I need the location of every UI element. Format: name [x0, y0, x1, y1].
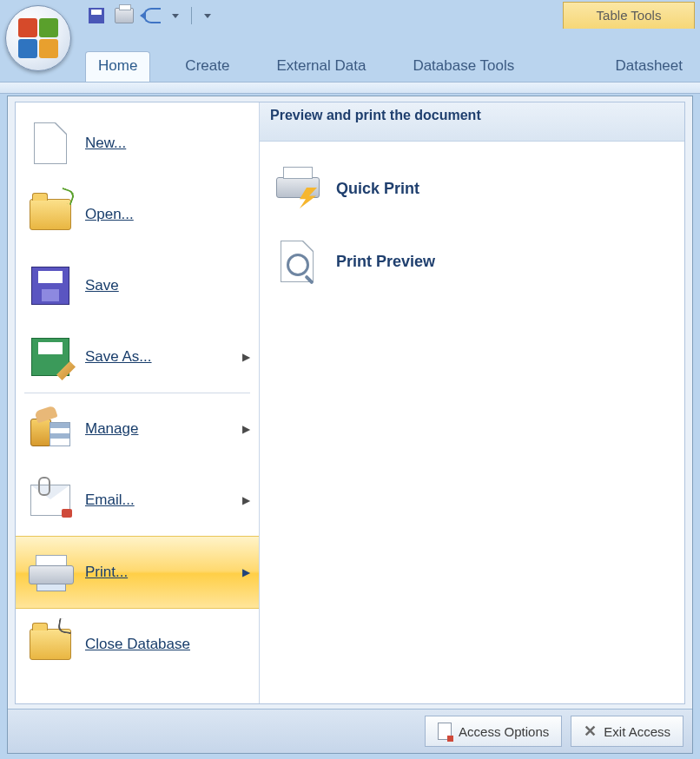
quick-access-toolbar — [80, 3, 220, 28]
save-as-icon — [31, 338, 69, 376]
menu-item-open[interactable]: Open... — [16, 179, 259, 250]
office-button[interactable] — [5, 5, 71, 71]
menu-item-print[interactable]: Print... ▶ — [16, 536, 259, 609]
chevron-right-icon: ▶ — [242, 494, 250, 506]
close-database-icon — [30, 629, 71, 660]
menu-label: Print... — [85, 564, 128, 581]
menu-label: Email... — [85, 492, 135, 509]
qat-divider — [191, 7, 192, 24]
open-folder-icon — [30, 199, 71, 230]
menu-label: Save As... — [85, 348, 152, 366]
menu-label: Manage — [85, 420, 138, 438]
tab-database-tools[interactable]: Database Tools — [400, 52, 526, 82]
title-bar: Table Tools Home Create External Data Da… — [0, 0, 700, 82]
chevron-down-icon — [204, 14, 211, 18]
qat-save-button[interactable] — [87, 6, 106, 25]
submenu-header: Preview and print the document — [260, 102, 684, 142]
menu-item-email[interactable]: Email... ▶ — [16, 465, 259, 536]
menu-item-close-database[interactable]: Close Database — [16, 609, 259, 680]
access-options-button[interactable]: Access Options — [425, 716, 562, 747]
close-icon: ✕ — [584, 722, 597, 741]
menu-item-save-as[interactable]: Save As... ▶ — [16, 321, 259, 393]
new-file-icon — [34, 122, 67, 164]
menu-item-manage[interactable]: Manage ▶ — [16, 393, 259, 465]
undo-icon — [143, 8, 161, 23]
save-icon — [89, 8, 104, 23]
chevron-right-icon: ▶ — [242, 423, 250, 435]
chevron-right-icon: ▶ — [242, 351, 250, 363]
tab-external-data[interactable]: External Data — [264, 52, 378, 82]
tab-home[interactable]: Home — [85, 51, 150, 82]
exit-access-button[interactable]: ✕ Exit Access — [571, 716, 683, 747]
office-menu-body: New... Open... Save Save As... ▶ Manage … — [15, 102, 685, 704]
manage-icon — [30, 412, 70, 446]
ribbon-tabs: Home Create External Data Database Tools… — [85, 47, 695, 82]
chevron-right-icon: ▶ — [242, 566, 250, 578]
tab-create[interactable]: Create — [173, 52, 241, 82]
menu-item-new[interactable]: New... — [16, 108, 259, 179]
submenu-label: Quick Print — [336, 180, 419, 198]
options-icon — [438, 723, 452, 740]
qat-undo-dropdown[interactable] — [170, 6, 181, 25]
submenu-item-print-preview[interactable]: Print Preview — [274, 225, 670, 298]
submenu-label: Print Preview — [336, 253, 435, 271]
qat-customize-dropdown[interactable] — [202, 6, 213, 25]
print-preview-icon — [281, 241, 314, 282]
print-icon — [29, 555, 72, 590]
quick-print-icon — [274, 165, 320, 212]
menu-label: Save — [85, 277, 119, 294]
office-logo-icon — [18, 18, 58, 58]
save-icon — [31, 267, 69, 305]
qat-print-button[interactable] — [115, 6, 134, 25]
tab-datasheet[interactable]: Datasheet — [604, 52, 696, 82]
submenu-item-quick-print[interactable]: Quick Print — [274, 152, 670, 225]
menu-item-save[interactable]: Save — [16, 250, 259, 321]
office-menu-footer: Access Options ✕ Exit Access — [8, 709, 692, 753]
button-label: Exit Access — [604, 724, 670, 739]
qat-undo-button[interactable] — [142, 6, 162, 25]
contextual-tab-group: Table Tools — [563, 2, 695, 29]
button-label: Access Options — [459, 724, 549, 739]
print-icon — [115, 8, 134, 23]
submenu-body: Quick Print Print Preview — [260, 142, 684, 703]
menu-label: Close Database — [85, 636, 190, 653]
menu-label: Open... — [85, 206, 134, 223]
chevron-down-icon — [172, 14, 179, 18]
office-menu-left: New... Open... Save Save As... ▶ Manage … — [16, 102, 260, 703]
email-icon — [30, 485, 70, 516]
office-menu-panel: New... Open... Save Save As... ▶ Manage … — [7, 96, 693, 754]
menu-label: New... — [85, 135, 126, 152]
ribbon-strip — [0, 82, 700, 94]
office-menu-right: Preview and print the document Quick Pri… — [260, 102, 684, 703]
